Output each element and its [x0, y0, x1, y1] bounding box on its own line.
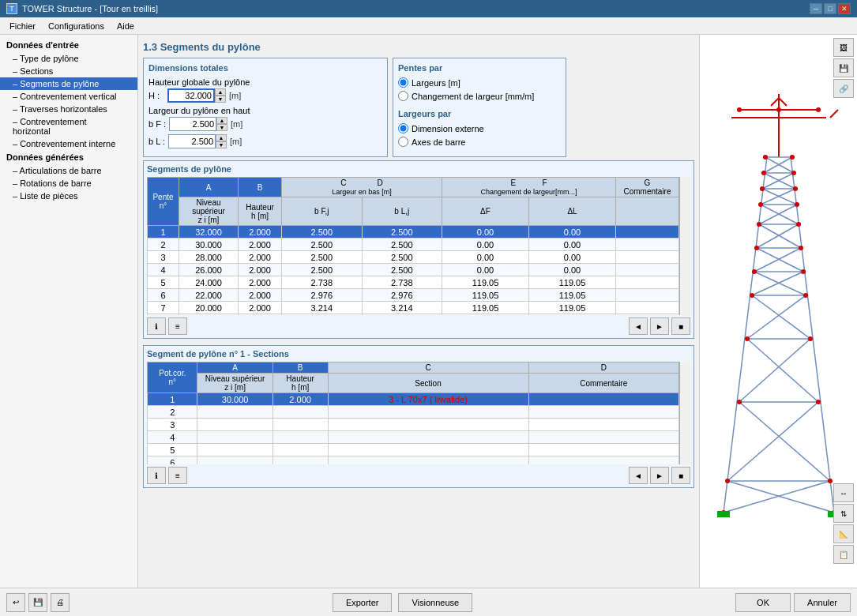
pentes-radio-largeurs[interactable] [398, 77, 408, 88]
sections-table-scroll[interactable]: Pot.cor.n° A B C D Niveau supérieurz i [… [147, 362, 690, 464]
cell-bLj: 2.500 [362, 264, 442, 276]
sections-info-button[interactable]: ℹ [147, 467, 166, 484]
largeurs-radio-axes[interactable] [398, 137, 408, 147]
right-icon-toolbar-2: ↔ ⇅ 📐 📋 [833, 483, 854, 564]
edit-button[interactable]: ≡ [168, 317, 187, 335]
table-row[interactable]: 3 28.000 2.000 2.500 2.500 0.00 0.00 [148, 251, 679, 264]
table-row[interactable]: 6 22.000 2.000 2.976 2.976 119.05 119.05 [148, 289, 679, 302]
col-header-CD: C DLargeur en bas [m] [282, 178, 442, 197]
cell-comment [616, 226, 679, 239]
bl-spin-down[interactable]: ▼ [216, 141, 227, 148]
visionneuse-button[interactable]: Visionneuse [398, 593, 472, 612]
view-btn-2[interactable]: 💾 [833, 58, 854, 77]
table-row[interactable]: 8 18.000 2.000 3.452 3.452 119.05 119.05 [148, 314, 679, 316]
segments-scrollbar[interactable] [679, 177, 690, 315]
cell-bFj: 2.738 [282, 276, 363, 289]
table-row[interactable]: 5 [148, 444, 679, 456]
view-btn-6[interactable]: 📐 [833, 524, 854, 543]
print-button[interactable]: 🖨 [51, 593, 70, 612]
table-row[interactable]: 5 24.000 2.000 2.738 2.738 119.05 119.05 [148, 276, 679, 289]
cell-id: 6 [148, 289, 179, 302]
cell-comment [616, 314, 679, 316]
sections-end-button[interactable]: ■ [671, 467, 690, 484]
svg-rect-70 [717, 511, 730, 517]
next-button[interactable]: ► [650, 317, 669, 335]
menu-aide[interactable]: Aide [111, 20, 141, 32]
col-header-sec-zi: Niveau supérieurz i [m] [197, 374, 273, 393]
largeurs-radio-externe[interactable] [398, 123, 408, 133]
bf-spin-up[interactable]: ▲ [216, 117, 227, 124]
table-row[interactable]: 1 32.000 2.000 2.500 2.500 0.00 0.00 [148, 226, 679, 239]
sections-scrollbar[interactable] [679, 362, 690, 464]
export-button[interactable]: Exporter [333, 593, 393, 612]
svg-line-23 [764, 173, 795, 189]
sidebar-item-articulations[interactable]: – Articulations de barre [0, 164, 137, 177]
close-button[interactable]: ✕ [838, 3, 851, 14]
sidebar-item-contreventement-horizontal[interactable]: – Contreventement horizontal [0, 115, 137, 137]
segments-table-scroll[interactable]: Penten° A B C DLargeur en bas [m] E FCha… [147, 177, 690, 315]
prev-button[interactable]: ◄ [629, 317, 648, 335]
sidebar-item-liste-pieces[interactable]: – Liste de pièces [0, 190, 137, 202]
pentes-radio-changement[interactable] [398, 91, 408, 101]
bf-spin-down[interactable]: ▼ [216, 124, 227, 131]
sections-table-title: Segment de pylône n° 1 - Sections [147, 349, 690, 359]
h-spin-up[interactable]: ▲ [215, 88, 226, 96]
dimensions-totales-panel: Dimensions totales Hauteur globale du py… [143, 58, 388, 157]
svg-point-57 [799, 246, 803, 250]
bl-spin-up[interactable]: ▲ [216, 134, 227, 141]
pentes-radio-group: Largeurs [m] Changement de largeur [mm/m… [398, 77, 561, 101]
save-button[interactable]: 💾 [28, 593, 47, 612]
cell-comment [616, 239, 679, 251]
table-row[interactable]: 4 [148, 431, 679, 444]
svg-line-27 [761, 205, 799, 224]
h-spin-down[interactable]: ▼ [215, 96, 226, 103]
table-row[interactable]: 1 30.000 2.000 3 - L 70x7 ( Invalide) [148, 393, 679, 406]
cell-id: 2 [148, 239, 179, 251]
menu-configurations[interactable]: Configurations [42, 20, 111, 32]
cell-comment [528, 419, 679, 431]
table-row[interactable]: 3 [148, 419, 679, 431]
sidebar-item-contreventement-vertical[interactable]: – Contreventement vertical [0, 90, 137, 103]
end-button[interactable]: ■ [671, 317, 690, 335]
undo-button[interactable]: ↩ [6, 593, 25, 612]
table-row[interactable]: 4 26.000 2.000 2.500 2.500 0.00 0.00 [148, 264, 679, 276]
sidebar-item-traverses-horizontales[interactable]: – Traverses horizontales [0, 103, 137, 115]
menu-fichier[interactable]: Fichier [3, 20, 42, 32]
view-btn-5[interactable]: ⇅ [833, 504, 854, 523]
sidebar-item-rotations[interactable]: – Rotations de barre [0, 177, 137, 190]
view-btn-1[interactable]: 🖼 [833, 38, 854, 57]
table-row[interactable]: 6 [148, 456, 679, 465]
bl-input[interactable] [168, 134, 216, 148]
view-btn-7[interactable]: 📋 [833, 545, 854, 564]
table-row[interactable]: 2 30.000 2.000 2.500 2.500 0.00 0.00 [148, 239, 679, 251]
segments-table-wrapper: Penten° A B C DLargeur en bas [m] E FCha… [147, 177, 690, 315]
view-btn-3[interactable]: 🔗 [833, 79, 854, 98]
cell-dL: 119.05 [529, 276, 616, 289]
largeurs-radio-group: Dimension externe Axes de barre [398, 123, 561, 147]
cancel-button[interactable]: Annuler [794, 593, 851, 612]
sidebar-item-sections[interactable]: – Sections [0, 65, 137, 77]
cell-comment [616, 289, 679, 302]
largeur-haut-label: Largeur du pylône en haut [148, 106, 382, 115]
sidebar-item-segments-pylone[interactable]: – Segments de pylône [0, 77, 137, 90]
minimize-button[interactable]: ─ [810, 3, 822, 14]
table-row[interactable]: 2 [148, 406, 679, 419]
sidebar-item-type-pylone[interactable]: – Type de pylône [0, 52, 137, 65]
sections-edit-button[interactable]: ≡ [168, 467, 187, 484]
h-input[interactable] [167, 88, 215, 103]
sidebar-item-contreventement-interne[interactable]: – Contreventement interne [0, 137, 137, 150]
bottom-bar: ↩ 💾 🖨 Exporter Visionneuse OK Annuler [0, 588, 857, 616]
bf-input[interactable] [169, 117, 216, 131]
maximize-button[interactable]: □ [824, 3, 836, 14]
sections-toolbar-left: ℹ ≡ [147, 467, 187, 484]
sections-prev-button[interactable]: ◄ [629, 467, 648, 484]
largeurs-par-title: Largeurs par [398, 109, 561, 118]
ok-button[interactable]: OK [735, 593, 791, 612]
col-header-dF: ΔF [442, 197, 529, 226]
view-btn-4[interactable]: ↔ [833, 483, 854, 502]
sections-next-button[interactable]: ► [650, 467, 669, 484]
svg-point-47 [790, 155, 795, 160]
svg-line-31 [757, 248, 803, 272]
table-row[interactable]: 7 20.000 2.000 3.214 3.214 119.05 119.05 [148, 302, 679, 314]
info-button[interactable]: ℹ [147, 317, 166, 335]
